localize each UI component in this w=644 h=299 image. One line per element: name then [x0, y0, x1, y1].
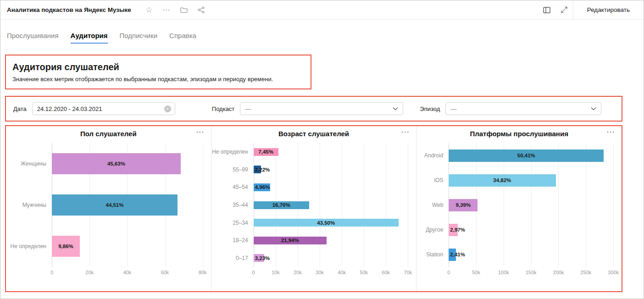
page-description: Значение всех метрик отображается по выб… — [12, 76, 304, 83]
clear-date-icon[interactable]: × — [164, 105, 171, 112]
category-label: Мужчины — [6, 201, 46, 209]
x-axis-tick-label: 0 — [447, 270, 450, 275]
bar-value-label: 34,82% — [493, 177, 511, 183]
x-axis-tick-label: 70k — [404, 270, 412, 275]
bar-value-label: 44,51% — [105, 202, 123, 208]
chart-panel-age: Возраст слушателей ⋯ 010k20k30k40k50k60k… — [211, 126, 416, 291]
gridline — [558, 143, 559, 267]
bar-value-label: 2,97% — [450, 227, 465, 233]
bar-value-label: 2,41% — [450, 251, 465, 258]
gridline — [320, 143, 320, 267]
edit-button[interactable]: Редактировать — [573, 0, 644, 20]
bar-value-label: 3,23% — [255, 255, 270, 261]
episode-filter: Эпизод — — [420, 102, 601, 115]
x-axis-tick-label: 0 — [252, 270, 255, 275]
gridline — [586, 143, 586, 267]
gridline — [504, 143, 504, 267]
episode-select[interactable]: — — [445, 102, 601, 115]
x-axis-tick-label: 20k — [294, 270, 302, 275]
chart-panel-platforms: Платформы прослушивания ⋯ 050k100k150k20… — [416, 126, 622, 291]
x-axis-tick-label: 100k — [498, 270, 509, 275]
plot-area: 010k20k30k40k50k60k70kНе определен7,45%5… — [254, 143, 408, 267]
category-label: Station — [416, 251, 443, 258]
episode-select-value: — — [450, 105, 591, 112]
header: Аналитика подкастов на Яндекс Музыке ☆ ⋯… — [0, 0, 644, 20]
category-label: 18–24 — [211, 237, 248, 244]
bar-value-label: 2,22% — [255, 166, 270, 173]
plot-area: 050k100k150k200k250k300kAndroid50,41%iOS… — [449, 143, 613, 267]
category-label: 35–44 — [211, 201, 248, 209]
category-label: Web — [416, 201, 443, 209]
chart-title: Пол слушателей — [6, 130, 211, 138]
chart-menu-icon[interactable]: ⋯ — [606, 128, 615, 136]
category-label: Другое — [416, 226, 443, 233]
category-label: 45–54 — [211, 183, 248, 191]
charts-section: Пол слушателей ⋯ 020k40k60k80kЖенщины45,… — [5, 125, 622, 292]
category-label: Не определен — [211, 148, 248, 155]
podcast-filter: Подкаст — — [212, 102, 404, 115]
more-icon[interactable]: ⋯ — [158, 0, 175, 20]
chart-title: Возраст слушателей — [211, 130, 416, 138]
gridline — [386, 143, 386, 267]
x-axis-tick-label: 50k — [360, 270, 368, 275]
bar-value-label: 21,94% — [281, 237, 299, 244]
podcast-select-value: — — [245, 105, 393, 112]
x-axis-tick-label: 60k — [382, 270, 390, 275]
bar-value-label: 50,41% — [517, 152, 535, 159]
bar-value-label: 16,70% — [272, 202, 290, 208]
category-label: Не определен — [6, 243, 46, 250]
gridline — [203, 143, 203, 267]
sidebar-panel-icon[interactable] — [538, 0, 555, 20]
category-label: 55–99 — [211, 166, 248, 173]
tab-help[interactable]: Справка — [169, 32, 196, 44]
gridline — [531, 143, 532, 267]
share-icon[interactable] — [193, 0, 210, 20]
dashboard-title: Аналитика подкастов на Яндекс Музыке — [0, 6, 140, 13]
fullscreen-icon[interactable]: ⤢ — [555, 0, 573, 20]
chart-title: Платформы прослушивания — [416, 130, 622, 138]
date-filter-label: Дата — [13, 105, 27, 112]
category-label: 25–34 — [211, 219, 248, 227]
x-axis-tick-label: 0 — [50, 270, 53, 275]
date-filter: Дата 24.12.2020 - 24.03.2021 × — [13, 102, 175, 115]
folder-icon[interactable] — [175, 0, 193, 20]
gridline — [613, 143, 614, 267]
tab-bar: Прослушивания Аудитория Подписчики Справ… — [0, 20, 644, 44]
plot-area: 020k40k60k80kЖенщины45,63%Мужчины44,51%Н… — [52, 143, 203, 267]
podcast-filter-label: Подкаст — [212, 105, 235, 112]
chart-panel-gender: Пол слушателей ⋯ 020k40k60k80kЖенщины45,… — [6, 126, 211, 291]
x-axis-tick-label: 60k — [161, 270, 169, 275]
star-icon[interactable]: ☆ — [140, 0, 158, 20]
date-range-input[interactable]: 24.12.2020 - 24.03.2021 × — [32, 102, 175, 115]
age-bar-chart: 010k20k30k40k50k60k70kНе определен7,45%5… — [211, 143, 416, 281]
gridline — [364, 143, 364, 267]
bar-value-label: 4,96% — [255, 184, 270, 190]
page-title: Аудитория слушателей — [12, 62, 304, 72]
chart-menu-icon[interactable]: ⋯ — [401, 128, 410, 136]
x-axis-tick-label: 30k — [316, 270, 324, 275]
tab-audience[interactable]: Аудитория — [71, 32, 108, 44]
bar-value-label: 43,50% — [317, 220, 335, 226]
filters-bar: Дата 24.12.2020 - 24.03.2021 × Подкаст —… — [5, 96, 622, 122]
chevron-down-icon — [591, 107, 596, 111]
gridline — [408, 143, 408, 267]
x-axis-tick-label: 20k — [85, 270, 94, 275]
x-axis-tick-label: 150k — [526, 270, 537, 275]
chart-menu-icon[interactable]: ⋯ — [196, 128, 205, 136]
episode-filter-label: Эпизод — [420, 105, 440, 112]
x-axis-tick-label: 40k — [123, 270, 131, 275]
bar-value-label: 7,45% — [258, 149, 273, 155]
dashboard-window: Аналитика подкастов на Яндекс Музыке ☆ ⋯… — [0, 0, 644, 299]
category-label: Женщины — [6, 160, 46, 167]
date-range-value: 24.12.2020 - 24.03.2021 — [37, 105, 164, 112]
x-axis-tick-label: 80k — [199, 270, 207, 275]
gender-bar-chart: 020k40k60k80kЖенщины45,63%Мужчины44,51%Н… — [6, 143, 211, 281]
tab-subscribers[interactable]: Подписчики — [120, 32, 158, 44]
category-label: Android — [416, 152, 443, 159]
bar-value-label: 9,86% — [58, 243, 73, 249]
x-axis-tick-label: 250k — [580, 270, 591, 275]
gridline — [342, 143, 342, 267]
bar-value-label: 45,63% — [107, 161, 125, 167]
podcast-select[interactable]: — — [240, 102, 403, 115]
tab-listens[interactable]: Прослушивания — [7, 32, 59, 44]
